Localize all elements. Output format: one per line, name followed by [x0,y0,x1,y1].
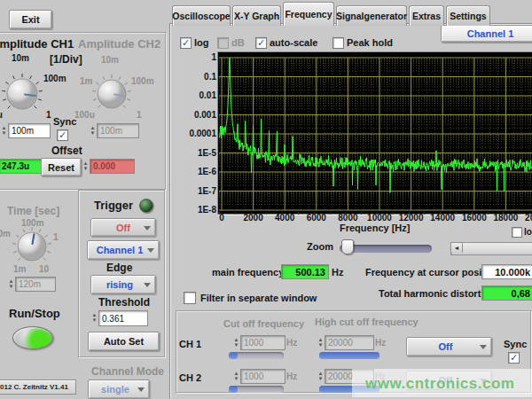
ch1-knob-label-10m: 10m [12,53,29,63]
trigger-mode-value: Off [116,223,130,233]
auto-scale-checkbox-label: auto-scale [270,37,317,48]
offset-label: Offset [51,145,82,157]
channel-select-button[interactable]: Channel 1 [441,25,532,43]
check-icon: ✓ [510,352,518,363]
check-icon: ✓ [257,37,265,48]
spinner-down-icon: ▼ [92,318,98,323]
filter-ch2-label: CH 2 [179,372,201,383]
amplitude-sync-checkbox[interactable]: ✓ [57,129,68,141]
high-cutoff-column-header: High cut off frequency [315,317,419,327]
tab-signalgenerator[interactable]: Signalgenerator [336,5,407,26]
plot-scrollbar[interactable]: ◄ [450,242,532,255]
chevron-down-icon [137,387,145,395]
filter-sync-label: Sync [504,339,527,349]
zoom-label: Zoom [307,241,333,252]
zoom-slider-thumb[interactable] [341,239,354,254]
chevron-down-icon [144,226,151,234]
tab-label: Oscilloscope [172,11,230,21]
edge-label: Edge [106,262,132,274]
offset-input: 0.000 [90,159,135,174]
amplitude-ch1-title: Amplitude CH1 [0,37,74,51]
threshold-input[interactable]: 0.361 [98,310,148,326]
y-tick-label: 1 [176,52,216,62]
tab-frequency[interactable]: Frequency [283,2,334,26]
filter-separate-window-label: Filter in separate window [200,293,317,303]
x-tick-label: 20000 [518,213,532,223]
offset-reset-button[interactable]: Reset [41,158,82,176]
ch1-high-hz-label: Hz [375,338,386,348]
ch1-high-cutoff-input: 20000 [325,335,374,350]
y-tick-label: 1E-5 [176,148,216,158]
ch2-low-spinner: ▲ ▼ [232,370,240,383]
trigger-mode-dropdown: Off [90,218,156,237]
tab-oscilloscope[interactable]: Oscilloscope [172,5,231,26]
time-spinner: ▲ ▼ [7,278,15,291]
peak-hold-checkbox[interactable] [332,37,344,49]
ch1-amplitude-input[interactable]: 100m [8,123,51,138]
y-tick-label: 0.0001 [176,129,216,138]
watermark-text: www.cntronics.com [365,375,514,393]
chevron-down-icon [147,248,154,256]
exit-button[interactable]: Exit [9,10,52,29]
time-title: Time [sec] [7,205,59,217]
auto-set-label: Auto Set [104,336,144,347]
check-icon: ✓ [182,37,190,48]
spinner-down-icon: ▼ [318,377,324,381]
exit-button-label: Exit [21,14,39,25]
threshold-spinner[interactable]: ▲ ▼ [90,311,98,325]
run-stop-button[interactable] [12,326,53,349]
ch2-amplitude-spinner: ▲ ▼ [89,124,97,137]
version-bar: 012 C. Zeitnitz V1.41 [0,379,76,395]
plot-scrollbar-thumb[interactable] [463,243,532,253]
trigger-channel-value: Channel 1 [97,245,144,255]
ch2-low-hz-label: Hz [286,372,297,381]
spectrum-plot[interactable] [219,53,532,211]
auto-set-button[interactable]: Auto Set [88,332,160,351]
channel-select-label: Channel 1 [467,28,514,39]
chevron-down-icon [480,345,487,353]
cutoff-column-header: Cut off frequency [223,318,304,329]
auto-scale-checkbox[interactable]: ✓ [255,37,267,49]
ch2-low-cutoff-slider[interactable] [229,386,284,393]
peak-hold-checkbox-label: Peak hold [347,37,393,48]
x-log-checkbox[interactable] [512,227,522,238]
tab-label: Signalgenerator [336,11,407,21]
filter-sync-checkbox[interactable]: ✓ [508,352,520,364]
filter-mode-dropdown[interactable]: Off [406,337,492,356]
tab-x-y-graph[interactable]: X-Y Graph [232,5,281,26]
trigger-edge-dropdown[interactable]: rising [90,275,156,294]
log-checkbox[interactable]: ✓ [180,37,192,49]
ch1-high-slider-fill [319,352,379,359]
y-tick-label: 0.001 [176,110,216,120]
threshold-label: Threshold [98,296,150,309]
ch1-low-cutoff-input: 1000 [240,335,286,350]
tab-settings[interactable]: Settings [446,5,490,26]
ch1-amplitude-spinner[interactable]: ▲ ▼ [0,124,8,137]
filter-separate-window-checkbox[interactable] [184,292,196,304]
run-stop-label: Run/Stop [9,307,60,320]
ch2-knob-label-1: 1 [137,110,142,120]
ch1-high-cutoff-slider[interactable] [319,352,379,359]
offset-readout: 247.3u [0,159,43,174]
tab-label: Extras [412,11,441,21]
y-tick-label: 1E-6 [176,167,216,176]
trigger-led [139,199,153,213]
spinner-down-icon: ▼ [2,131,7,136]
ch1-low-cutoff-slider[interactable] [229,352,284,359]
amplitude-ch2-knob [91,74,132,114]
spinner-down-icon: ▼ [83,167,89,171]
time-knob-label-10: 10 [39,264,49,274]
ch2-low-cutoff-input: 1000 [240,369,286,384]
ch2-amplitude-input: 100m [97,123,139,138]
cursor-frequency-readout: 10.000k [481,264,532,279]
check-icon: ✓ [59,129,66,140]
ch2-low-slider-fill [229,386,238,393]
spinner-down-icon: ▼ [318,343,324,348]
trigger-channel-dropdown[interactable]: Channel 1 [87,240,160,260]
ch1-low-slider-fill [229,352,238,359]
tab-extras[interactable]: Extras [409,5,444,26]
y-tick-label: 0.1 [176,72,216,82]
scroll-left-icon[interactable]: ◄ [451,243,463,253]
log-checkbox-label: log [194,37,209,48]
amplitude-ch1-knob[interactable] [0,72,44,116]
